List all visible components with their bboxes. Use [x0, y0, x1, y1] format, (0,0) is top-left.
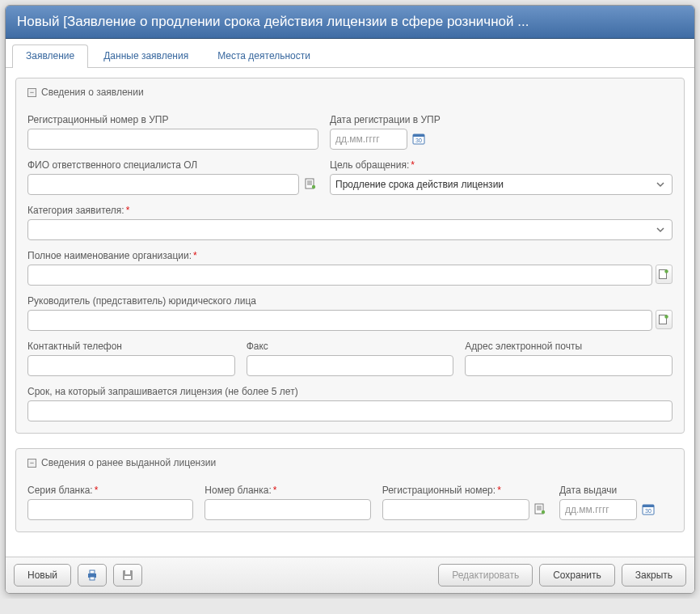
svg-point-8 [665, 315, 668, 318]
input-category[interactable] [27, 219, 673, 240]
field-org: Полное наименование организации:* [27, 250, 673, 286]
label-org-text: Полное наименование организации: [27, 250, 192, 261]
collapse-icon[interactable]: − [27, 459, 36, 468]
svg-text:30: 30 [415, 138, 422, 143]
calendar-icon[interactable]: 30 [640, 502, 656, 518]
edit-button: Редактировать [438, 564, 533, 586]
tab-application-data[interactable]: Данные заявления [90, 44, 202, 68]
chevron-down-icon[interactable] [652, 174, 669, 195]
input-purpose[interactable] [330, 174, 673, 195]
label-series-text: Серия бланка: [27, 485, 93, 496]
field-reg-date: Дата регистрации в УПР 30 [330, 114, 673, 150]
field-term: Срок, на который запрашивается лицензия … [27, 386, 673, 421]
tab-strip: Заявление Данные заявления Места деятель… [6, 39, 694, 68]
svg-rect-1 [413, 134, 424, 137]
app-window: Новый [Заявление о продлении срока дейст… [5, 5, 695, 594]
input-issue-date[interactable] [559, 499, 637, 520]
lookup-icon[interactable] [533, 499, 548, 519]
input-term[interactable] [27, 400, 673, 421]
svg-point-4 [312, 185, 315, 188]
svg-rect-18 [125, 570, 130, 574]
label-reg-number: Регистрационный номер в УПР [27, 114, 318, 125]
input-reg-number[interactable] [27, 129, 318, 150]
collapse-icon[interactable]: − [27, 88, 36, 97]
label-blank-number: Номер бланка:* [205, 485, 370, 496]
label-prev-reg-number: Регистрационный номер:* [382, 485, 548, 496]
form-body: − Сведения о заявлении Регистрационный н… [6, 68, 694, 557]
label-blank-number-text: Номер бланка: [205, 485, 271, 496]
label-issue-date: Дата выдачи [559, 485, 673, 496]
group-prev-legend: Сведения о ранее выданной лицензии [41, 457, 216, 468]
tab-application[interactable]: Заявление [12, 44, 88, 68]
input-series[interactable] [27, 499, 193, 520]
label-phone: Контактный телефон [27, 341, 235, 352]
label-specialist: ФИО ответственного специалиста ОЛ [27, 159, 318, 171]
group-application-legend: Сведения о заявлении [41, 87, 144, 98]
input-org[interactable] [27, 265, 652, 286]
required-icon: * [193, 250, 197, 261]
save-button[interactable]: Сохранить [539, 564, 615, 586]
group-application-info: − Сведения о заявлении Регистрационный н… [15, 78, 685, 434]
attachment-button[interactable] [113, 564, 142, 586]
print-button[interactable] [78, 564, 107, 586]
close-button[interactable]: Закрыть [622, 564, 686, 586]
field-specialist: ФИО ответственного специалиста ОЛ [27, 159, 318, 195]
lookup-icon[interactable] [302, 174, 318, 193]
input-fax[interactable] [247, 355, 454, 376]
input-prev-reg-number[interactable] [382, 499, 529, 520]
field-phone: Контактный телефон [27, 341, 235, 376]
label-purpose: Цель обращения:* [330, 159, 673, 171]
input-email[interactable] [465, 355, 673, 376]
label-reg-date: Дата регистрации в УПР [330, 114, 673, 125]
label-term: Срок, на который запрашивается лицензия … [27, 386, 673, 397]
calendar-icon[interactable]: 30 [411, 131, 427, 147]
group-prev-license: − Сведения о ранее выданной лицензии Сер… [15, 448, 685, 532]
tab-activity-places[interactable]: Места деятельности [204, 44, 324, 68]
disk-icon [121, 569, 134, 582]
svg-text:30: 30 [645, 508, 652, 514]
input-reg-date[interactable] [330, 129, 407, 150]
label-head: Руководитель (представитель) юридическог… [27, 295, 673, 307]
label-fax: Факс [247, 341, 454, 352]
field-issue-date: Дата выдачи 30 [559, 485, 673, 520]
lookup-icon[interactable] [656, 265, 673, 284]
svg-rect-15 [90, 570, 95, 574]
svg-rect-19 [124, 576, 131, 579]
group-prev-header: − Сведения о ранее выданной лицензии [27, 457, 673, 475]
input-specialist[interactable] [27, 174, 299, 195]
required-icon: * [273, 485, 277, 496]
field-email: Адрес электронной почты [465, 341, 673, 376]
label-category: Категория заявителя:* [27, 205, 673, 216]
label-prev-reg-number-text: Регистрационный номер: [382, 485, 495, 496]
footer-toolbar: Новый Редактировать Сохранить Закрыть [6, 557, 694, 593]
field-purpose: Цель обращения:* [330, 159, 673, 195]
field-head: Руководитель (представитель) юридическог… [27, 295, 673, 331]
required-icon: * [497, 485, 501, 496]
field-reg-number: Регистрационный номер в УПР [27, 114, 318, 150]
label-email: Адрес электронной почты [465, 341, 673, 352]
label-category-text: Категория заявителя: [27, 205, 124, 216]
required-icon: * [95, 485, 99, 496]
input-phone[interactable] [27, 355, 235, 376]
field-category: Категория заявителя:* [27, 205, 673, 240]
field-series: Серия бланка:* [27, 485, 193, 520]
new-button[interactable]: Новый [14, 564, 71, 586]
input-blank-number[interactable] [205, 499, 370, 520]
printer-icon [86, 569, 99, 582]
window-title: Новый [Заявление о продлении срока дейст… [6, 6, 694, 39]
chevron-down-icon[interactable] [652, 219, 669, 240]
field-blank-number: Номер бланка:* [205, 485, 370, 520]
field-fax: Факс [247, 341, 454, 376]
lookup-icon[interactable] [656, 310, 673, 329]
label-org: Полное наименование организации:* [27, 250, 673, 261]
label-series: Серия бланка:* [27, 485, 193, 496]
svg-rect-16 [90, 577, 95, 580]
input-head[interactable] [27, 310, 652, 331]
svg-point-10 [542, 510, 545, 514]
required-icon: * [411, 159, 415, 171]
svg-point-6 [665, 269, 668, 273]
group-application-header: − Сведения о заявлении [27, 87, 673, 104]
svg-rect-12 [643, 505, 654, 507]
field-prev-reg-number: Регистрационный номер:* [382, 485, 548, 520]
required-icon: * [126, 205, 130, 216]
